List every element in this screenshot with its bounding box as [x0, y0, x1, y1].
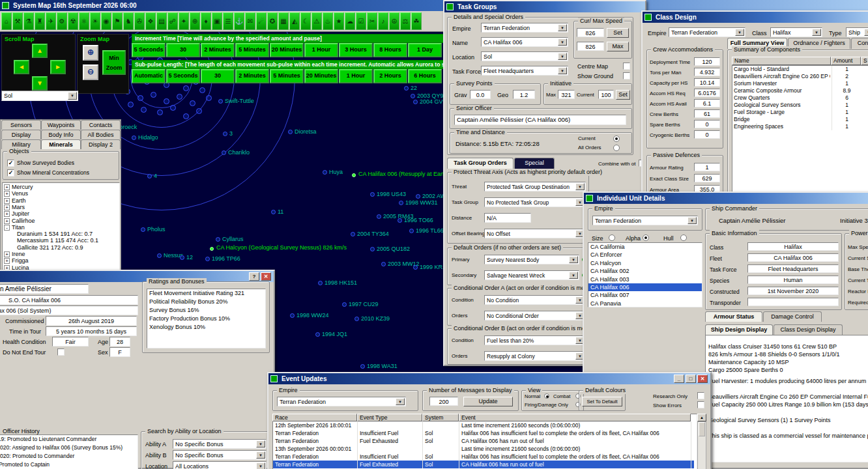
crew-row-value[interactable]: 61: [694, 109, 720, 118]
offset-bearing-select[interactable]: No Offset: [484, 229, 586, 238]
crew-row-value[interactable]: 6.0176: [694, 89, 720, 97]
min-zoom-button[interactable]: Min Zoom: [102, 50, 126, 75]
flags-icon[interactable]: ⚑: [112, 12, 123, 30]
body-marker[interactable]: [409, 229, 414, 233]
research-icon[interactable]: ⚗: [23, 12, 34, 30]
body-marker[interactable]: [416, 194, 420, 199]
contact-marker[interactable]: [206, 95, 212, 101]
contact-marker[interactable]: [164, 98, 169, 104]
all-orders-radio[interactable]: [613, 145, 620, 151]
ship-list-item[interactable]: CA California: [588, 243, 702, 251]
body-marker[interactable]: [342, 302, 347, 307]
terrain-icon[interactable]: ◭: [289, 12, 300, 30]
body-marker[interactable]: [398, 218, 402, 223]
unit-details-titlebar[interactable]: Individual Unit Details: [584, 193, 868, 204]
body-label[interactable]: 1996 TL66: [416, 227, 444, 234]
view-normal-radio[interactable]: [544, 393, 549, 399]
sidebar-tab-all-bodies[interactable]: All Bodies: [81, 130, 121, 139]
component-row[interactable]: Engineering Spaces1: [732, 123, 868, 130]
body-label[interactable]: 1998 US43: [377, 191, 406, 197]
increment-1-hour-button[interactable]: 1 Hour: [304, 43, 338, 57]
main-titlebar[interactable]: System Map 16th September 2026 06:00: [0, 0, 868, 11]
empire-select[interactable]: Terran Federation: [481, 23, 568, 33]
sidebar-tab-minerals[interactable]: Minerals: [41, 139, 81, 149]
research-only-checkbox[interactable]: [697, 392, 704, 399]
event-header-event-type[interactable]: Event Type: [357, 414, 422, 421]
body-marker[interactable]: [354, 317, 359, 321]
officer-close-button[interactable]: ✕: [261, 272, 271, 281]
event-header-event[interactable]: Event: [459, 414, 691, 421]
body-label[interactable]: 22: [411, 85, 417, 91]
system-select[interactable]: Sol: [1, 91, 78, 101]
location-select[interactable]: Sol: [481, 51, 568, 61]
event-close-button[interactable]: ✕: [697, 375, 708, 383]
component-row[interactable]: Cargo Hold - Standard1: [732, 66, 868, 73]
sidebar-tab-display-2[interactable]: Display 2: [81, 139, 121, 149]
zoom-in-icon[interactable]: ⊕: [83, 45, 98, 61]
event-scroll-up-icon[interactable]: ▲: [697, 414, 706, 421]
body-marker[interactable]: [351, 232, 355, 236]
component-size-header[interactable]: S: [861, 57, 868, 65]
officer-titlebar[interactable]: ? ✕: [0, 271, 274, 282]
orders-a-select[interactable]: No Conditional Order: [484, 311, 586, 320]
ship-list-item[interactable]: CA Halifax 006: [588, 283, 702, 291]
alerts-icon[interactable]: ⚠: [311, 12, 322, 30]
medical-icon[interactable]: ⊕: [190, 12, 200, 30]
messages-count-field[interactable]: 200: [429, 397, 458, 406]
audio-icon[interactable]: ♪: [378, 12, 388, 30]
max-speed-button[interactable]: Max: [607, 42, 629, 51]
cargo-icon[interactable]: ▤: [156, 12, 167, 30]
sort-hull-radio[interactable]: [680, 234, 687, 241]
crew-row-value[interactable]: 0: [694, 120, 720, 128]
contact-marker[interactable]: [190, 100, 195, 106]
fleet-name-select[interactable]: CA Halifax 006: [481, 37, 568, 47]
task-groups-titlebar[interactable]: Task Groups: [444, 1, 645, 12]
event-row[interactable]: 12th September 2026 18:00:01Last time in…: [273, 421, 694, 429]
industry-icon[interactable]: ⚒: [12, 12, 23, 30]
ship-list-item[interactable]: CA Enforcer: [588, 251, 702, 259]
initiative-current-value[interactable]: 100: [598, 90, 614, 99]
body-marker[interactable]: [404, 86, 409, 91]
increment-20-minutes-button[interactable]: 20 Minutes: [270, 43, 304, 57]
history-item[interactable]: 1st June 2022: Promoted to Captain: [0, 461, 137, 469]
contact-marker[interactable]: [157, 109, 163, 115]
body-label[interactable]: 1998 WW31: [405, 199, 438, 206]
body-marker[interactable]: [147, 174, 152, 178]
tab-special-orders[interactable]: Special: [514, 158, 555, 169]
contact-marker[interactable]: [177, 94, 182, 100]
subpulse-1-hour-button[interactable]: 1 Hour: [339, 69, 373, 83]
ship-commander-value[interactable]: Captain Amélie Pélissier: [719, 217, 785, 225]
body-marker[interactable]: [413, 265, 418, 270]
body-label[interactable]: 1998 WW24: [297, 312, 329, 319]
ud-empire-select[interactable]: Terran Federation: [592, 216, 698, 225]
tree-expander-icon[interactable]: +: [4, 205, 10, 210]
centre-map-checkbox[interactable]: [623, 63, 630, 70]
current-speed-field[interactable]: 826: [577, 28, 604, 37]
body-label[interactable]: 3: [229, 130, 233, 137]
body-label[interactable]: 1998 WA31: [367, 363, 398, 369]
diplomacy-icon[interactable]: ☮: [389, 12, 399, 30]
event-scrollbar-thumb[interactable]: [699, 422, 705, 436]
body-marker[interactable]: [315, 332, 320, 337]
subpulse-automatic-button[interactable]: Automatic: [132, 69, 166, 83]
logistics-icon[interactable]: ❖: [145, 12, 156, 30]
nuclear-icon[interactable]: ☢: [68, 12, 78, 30]
contact-marker[interactable]: [183, 113, 189, 119]
subpulse-30-seconds-button[interactable]: 30 Seconds: [201, 69, 235, 83]
body-label[interactable]: 2005 QU182: [377, 246, 410, 252]
ship-list-item[interactable]: CA Halifax 002: [588, 267, 702, 275]
body-marker[interactable]: [216, 237, 220, 242]
body-label[interactable]: 2010 KZ39: [361, 315, 390, 322]
passive-row-value[interactable]: 1: [694, 163, 720, 171]
increment-5-minutes-button[interactable]: 5 Minutes: [235, 43, 269, 57]
tree-expander-icon[interactable]: +: [4, 218, 10, 224]
home-icon[interactable]: ⌂: [1, 12, 12, 30]
ship-list-item[interactable]: CA Halcyon: [588, 259, 702, 267]
ship-marker[interactable]: [210, 247, 214, 251]
component-row[interactable]: Beauvilliers Aircraft Engine Co 260 EP C…: [732, 73, 868, 80]
scroll-left-button[interactable]: ◄: [14, 60, 29, 74]
component-name-header[interactable]: Name: [732, 57, 831, 65]
primary-order-select[interactable]: Survey Nearest Body: [484, 255, 579, 264]
current-radio[interactable]: [613, 135, 620, 142]
protect-distance-value[interactable]: N/A: [484, 213, 531, 223]
